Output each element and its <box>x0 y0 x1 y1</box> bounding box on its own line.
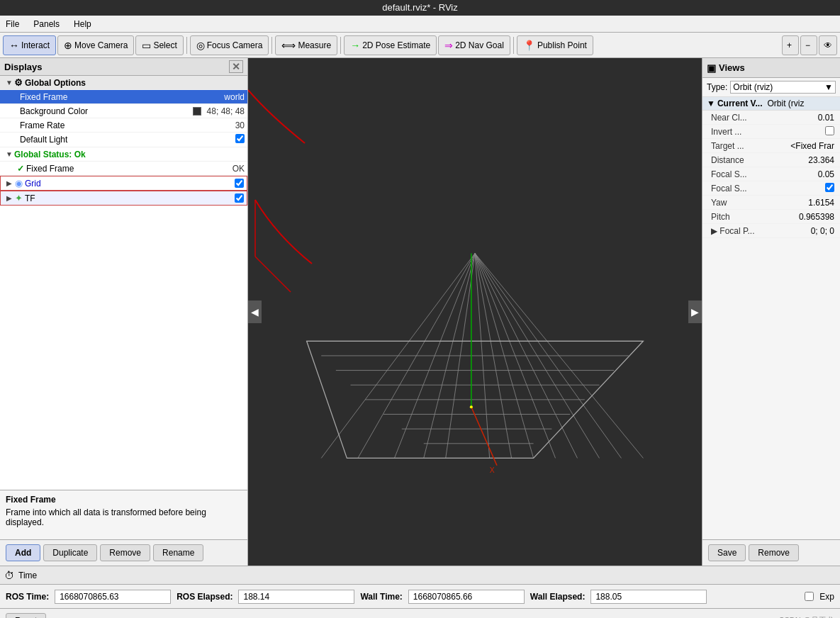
global-options-section[interactable]: ▼ ⚙ Global Options <box>0 76 247 90</box>
views-save-button[interactable]: Save <box>708 544 746 561</box>
views-prop-yaw: Yaw 1.6154 <box>702 196 840 210</box>
views-prop-pitch: Pitch 0.965398 <box>702 210 840 224</box>
frame-rate-label: Frame Rate <box>20 120 230 130</box>
views-panel-title: Views <box>719 62 745 73</box>
exp-checkbox[interactable] <box>805 592 814 601</box>
bg-color-swatch[interactable] <box>193 107 201 116</box>
frame-rate-row[interactable]: Frame Rate 30 <box>0 118 247 133</box>
views-focal-s2-label: Focal S... <box>711 184 825 193</box>
dropdown-arrow-icon: ▼ <box>824 82 833 92</box>
bg-color-label: Background Color <box>20 106 187 116</box>
toolbar-remove-display[interactable]: − <box>800 35 817 55</box>
ros-time-field[interactable] <box>55 590 171 604</box>
grid-arrow[interactable]: ▶ <box>6 179 15 187</box>
rename-button[interactable]: Rename <box>153 544 203 561</box>
toolbar-sep-2 <box>271 37 272 54</box>
global-status-fixed-row[interactable]: ✓ Fixed Frame OK <box>0 162 247 176</box>
title-bar: default.rviz* - RViz <box>0 0 840 16</box>
views-target-label: Target ... <box>711 141 790 151</box>
ros-elapsed-field[interactable] <box>238 590 354 604</box>
toolbar-measure[interactable]: ⟺ Measure <box>275 35 337 55</box>
toolbar-sep-3 <box>340 37 341 54</box>
collapse-right-btn[interactable]: ▶ <box>688 300 702 323</box>
invert-checkbox[interactable] <box>825 126 834 135</box>
default-light-checkbox[interactable] <box>235 134 245 143</box>
collapse-left-btn[interactable]: ◀ <box>248 300 262 323</box>
time-status-icon: ⏱ <box>4 570 14 581</box>
views-type-dropdown[interactable]: Orbit (rviz) ▼ <box>730 81 836 94</box>
views-prop-focal-s1: Focal S... 0.05 <box>702 167 840 181</box>
description-box: Fixed Frame Frame into which all data is… <box>0 490 247 539</box>
bg-color-row[interactable]: Background Color 48; 48; 48 <box>0 104 247 118</box>
tf-arrow[interactable]: ▶ <box>6 194 15 202</box>
views-icon: ▣ <box>707 62 716 74</box>
3d-viewport[interactable]: ◀ ▶ <box>248 58 702 566</box>
menu-help[interactable]: Help <box>71 19 94 29</box>
tf-icon: ✦ <box>15 193 23 203</box>
tf-checkbox[interactable] <box>235 193 244 203</box>
views-section-arrow: ▼ <box>707 99 715 108</box>
views-current-label: Current V... <box>717 99 763 108</box>
views-prop-near-cl: Near Cl... 0.01 <box>702 111 840 125</box>
grid-label: Grid <box>25 179 235 189</box>
toolbar-focus-camera[interactable]: ◎ Focus Camera <box>190 35 269 55</box>
interact-label: Interact <box>21 40 50 50</box>
displays-panel-title: Displays <box>4 62 42 72</box>
exp-label: Exp <box>819 592 834 602</box>
status-checkmark: ✓ <box>17 164 24 174</box>
main-layout: Displays ✕ ▼ ⚙ Global Options Fixed Fram… <box>0 58 840 566</box>
displays-tree[interactable]: ▼ ⚙ Global Options Fixed Frame world Bac… <box>0 76 247 490</box>
wall-time-field[interactable] <box>408 590 525 604</box>
default-light-value <box>235 134 245 145</box>
svg-rect-0 <box>248 100 702 524</box>
wall-elapsed-label: Wall Elapsed: <box>530 592 586 602</box>
menu-panels[interactable]: Panels <box>30 19 62 29</box>
reset-button[interactable]: Reset <box>6 613 46 619</box>
publish-point-label: Publish Point <box>537 40 587 50</box>
menu-file[interactable]: File <box>3 19 22 29</box>
global-status-row[interactable]: ▼ Global Status: Ok <box>0 147 247 162</box>
status-bar: ⏱ Time <box>0 566 840 584</box>
views-current-section[interactable]: ▼ Current V... Orbit (rviz <box>702 97 840 111</box>
toolbar-sep-1 <box>186 37 187 54</box>
toolbar-move-camera[interactable]: ⊕ Move Camera <box>57 35 134 55</box>
displays-panel-header: Displays ✕ <box>0 58 247 76</box>
toolbar-2d-pose[interactable]: → 2D Pose Estimate <box>344 35 437 55</box>
publish-point-icon: 📍 <box>523 40 535 51</box>
duplicate-button[interactable]: Duplicate <box>43 544 97 561</box>
bg-color-value: 48; 48; 48 <box>193 106 245 116</box>
displays-panel-close[interactable]: ✕ <box>229 60 243 73</box>
views-type-value: Orbit (rviz) <box>733 82 773 92</box>
fixed-frame-value: world <box>224 92 245 102</box>
toolbar-view-icon[interactable]: 👁 <box>819 35 837 55</box>
views-target-value: <Fixed Frar <box>790 141 834 151</box>
2d-nav-label: 2D Nav Goal <box>455 40 504 50</box>
grid-row[interactable]: ▶ ◉ Grid <box>0 176 247 191</box>
svg-text:X: X <box>490 466 495 474</box>
views-pitch-value: 0.965398 <box>799 212 834 222</box>
toolbar-interact[interactable]: ↔ Interact <box>3 35 56 55</box>
toolbar-select[interactable]: ▭ Select <box>135 35 183 55</box>
description-title: Fixed Frame <box>6 495 242 505</box>
wall-elapsed-field[interactable] <box>590 590 707 604</box>
views-remove-button[interactable]: Remove <box>749 544 799 561</box>
focal-s2-checkbox[interactable] <box>825 183 834 192</box>
default-light-row[interactable]: Default Light <box>0 133 247 147</box>
toolbar-publish-point[interactable]: 📍 Publish Point <box>517 35 593 55</box>
description-text: Frame into which all data is transformed… <box>6 507 242 527</box>
fixed-frame-row[interactable]: Fixed Frame world <box>0 90 247 104</box>
grid-checkbox[interactable] <box>235 179 244 188</box>
tf-row[interactable]: ▶ ✦ TF <box>0 191 247 206</box>
views-prop-focal-p: ▶ Focal P... 0; 0; 0 <box>702 224 840 238</box>
focus-camera-label: Focus Camera <box>207 40 263 50</box>
remove-button[interactable]: Remove <box>100 544 150 561</box>
views-invert-value <box>825 126 834 137</box>
global-options-arrow[interactable]: ▼ <box>6 79 14 86</box>
displays-panel: Displays ✕ ▼ ⚙ Global Options Fixed Fram… <box>0 58 248 566</box>
add-button[interactable]: Add <box>6 544 40 561</box>
views-yaw-value: 1.6154 <box>808 198 834 208</box>
toolbar-add-display[interactable]: + <box>782 35 799 55</box>
views-focal-s1-label: Focal S... <box>711 169 818 179</box>
global-status-arrow[interactable]: ▼ <box>6 150 14 158</box>
toolbar-2d-nav[interactable]: ⇒ 2D Nav Goal <box>438 35 510 55</box>
